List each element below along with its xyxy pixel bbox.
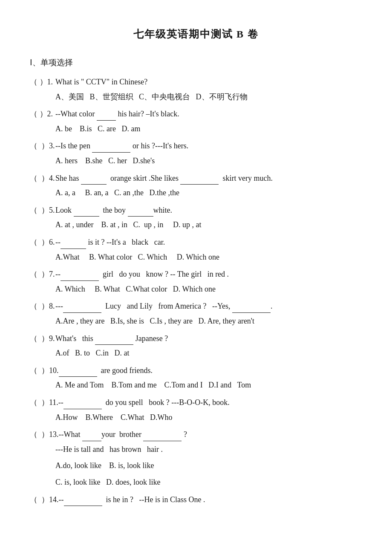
q3-options: A. hers B.she C. her D.she's xyxy=(30,154,362,168)
question-block-1: （ ）1. What is " CCTV" in Chinese? A、美国 B… xyxy=(30,75,362,103)
q9-num: （ ）9. xyxy=(30,332,55,345)
q11-options: A.How B.Where C.What D.Who xyxy=(30,411,362,424)
question-block-7: （ ）7. -- girl do you know ? -- The girl … xyxy=(30,268,362,295)
q3-text: --Is the pen or his ?---It's hers. xyxy=(55,139,362,153)
q6-text: -- is it ? --It's a black car. xyxy=(55,236,362,249)
q13-options-line2: A.do, look like B. is, look like xyxy=(30,459,362,472)
question-block-6: （ ）6. -- is it ? --It's a black car. A.W… xyxy=(30,236,362,263)
q7-text: -- girl do you know ? -- The girl in red… xyxy=(55,268,362,281)
q4-options: A. a, a B. an, a C. an ,the D.the ,the xyxy=(30,186,362,199)
q11-text: -- do you spell book ? ---B-O-O-K, book. xyxy=(58,396,362,409)
q10-text: are good friends. xyxy=(59,364,363,377)
q13-num: （ ）13. xyxy=(30,428,59,441)
q7-options: A. Which B. What C.What color D. Which o… xyxy=(30,283,362,296)
q8-text: --- Lucy and Lily from America ? --Yes, … xyxy=(55,300,362,313)
q13-text: --What your brother ? xyxy=(59,428,363,441)
q2-num: （ ）2. xyxy=(30,107,55,121)
question-block-4: （ ）4. She has orange skirt .She likes sk… xyxy=(30,172,362,199)
q10-options: A. Me and Tom B.Tom and me C.Tom and I D… xyxy=(30,379,362,392)
q14-text: -- is he in ? --He is in Class One . xyxy=(59,493,363,506)
q8-options: A.Are , they are B.Is, she is C.Is , the… xyxy=(30,315,362,328)
q13-options-line3: C. is, look like D. does, look like xyxy=(30,476,362,489)
q14-num: （ ）14. xyxy=(30,493,59,506)
q1-text: What is " CCTV" in Chinese? xyxy=(55,75,362,89)
q13-options-line1: ---He is tall and has brown hair . xyxy=(30,443,362,456)
question-block-5: （ ）5. Look the boy white. A. at , under … xyxy=(30,204,362,231)
q10-num: （ ）10. xyxy=(30,364,59,377)
q6-options: A.What B. What color C. Which D. Which o… xyxy=(30,251,362,264)
q9-text: What's this Japanese ? xyxy=(55,332,362,345)
q3-num: （ ）3. xyxy=(30,139,55,153)
q4-num: （ ）4. xyxy=(30,172,55,185)
question-block-14: （ ）14. -- is he in ? --He is in Class On… xyxy=(30,493,362,506)
q5-text: Look the boy white. xyxy=(55,204,362,217)
q11-num: （ ）11. xyxy=(30,396,58,409)
section1-header: Ⅰ、单项选择 xyxy=(30,56,362,69)
question-block-10: （ ）10. are good friends. A. Me and Tom B… xyxy=(30,364,362,392)
q1-options: A、美国 B、世贸组织 C、中央电视台 D、不明飞行物 xyxy=(30,90,362,104)
q7-num: （ ）7. xyxy=(30,268,55,281)
page-title: 七年级英语期中测试 B 卷 xyxy=(30,26,362,43)
question-block-3: （ ）3. --Is the pen or his ?---It's hers.… xyxy=(30,139,362,167)
q2-text: --What color his hair? –It's black. xyxy=(55,107,362,121)
question-block-2: （ ）2. --What color his hair? –It's black… xyxy=(30,107,362,135)
q5-num: （ ）5. xyxy=(30,204,55,217)
question-block-13: （ ）13. --What your brother ? ---He is ta… xyxy=(30,428,362,489)
question-block-11: （ ）11. -- do you spell book ? ---B-O-O-K… xyxy=(30,396,362,424)
question-block-8: （ ）8. --- Lucy and Lily from America ? -… xyxy=(30,300,362,327)
q6-num: （ ）6. xyxy=(30,236,55,249)
q9-options: A.of B. to C.in D. at xyxy=(30,347,362,360)
question-block-9: （ ）9. What's this Japanese ? A.of B. to … xyxy=(30,332,362,360)
q4-text: She has orange skirt .She likes skirt ve… xyxy=(55,172,362,185)
q8-num: （ ）8. xyxy=(30,300,55,313)
q2-options: A. be B.is C. are D. am xyxy=(30,122,362,136)
q5-options: A. at , under B. at , in C. up , in D. u… xyxy=(30,218,362,231)
q1-num: （ ）1. xyxy=(30,75,55,89)
